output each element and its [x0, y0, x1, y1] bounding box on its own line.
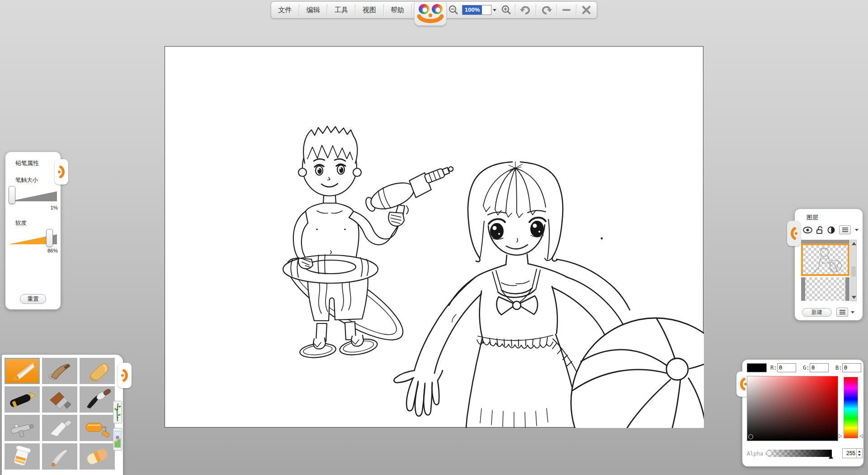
boy-head	[298, 126, 361, 203]
tool-palette	[2, 355, 123, 475]
alpha-label: Alpha	[747, 451, 763, 457]
tool-airbrush[interactable]	[5, 415, 40, 441]
tool-flat-brush[interactable]	[42, 386, 77, 413]
brush-size-slider[interactable]	[8, 185, 58, 205]
alpha-slider-handle[interactable]	[766, 450, 772, 456]
spinner-up-icon[interactable]	[858, 451, 861, 452]
reset-button[interactable]: 重置	[20, 294, 46, 304]
orange-handle-icon	[739, 377, 747, 391]
close-icon	[582, 5, 591, 14]
bow	[496, 296, 538, 315]
tool-eraser[interactable]	[80, 443, 115, 470]
beach-ball	[571, 318, 704, 428]
opacity-contrast-icon[interactable]	[827, 226, 835, 234]
zoom-dropdown-button[interactable]	[491, 9, 498, 11]
current-color-swatch[interactable]	[747, 363, 767, 372]
zoom-in-button[interactable]	[498, 2, 514, 18]
alpha-spinner[interactable]	[856, 449, 862, 458]
crayon-icon	[82, 361, 112, 381]
scroll-up-icon[interactable]	[852, 242, 856, 245]
chevron-down-icon	[493, 9, 496, 11]
tool-pencil[interactable]	[5, 358, 40, 384]
orange-handle-icon	[790, 227, 798, 240]
g-input[interactable]	[810, 363, 829, 372]
logo-smile-icon	[415, 14, 446, 24]
water-gun	[363, 162, 458, 222]
saturation-value-field[interactable]	[747, 376, 838, 441]
softness-slider[interactable]	[8, 228, 58, 248]
tool-palette-knife[interactable]	[42, 415, 77, 441]
hue-marker-left-icon[interactable]	[839, 434, 842, 438]
scroll-down-icon[interactable]	[852, 296, 856, 299]
tool-spray[interactable]	[42, 443, 77, 470]
logo-right-eye-icon	[432, 4, 443, 14]
zoom-level-combobox[interactable]: 100%	[462, 5, 491, 15]
color-picker-panel: R: G: B: Alpha 255	[742, 360, 863, 466]
undo-icon	[519, 5, 531, 15]
girl-head	[468, 162, 563, 265]
layer-list-top-edge	[801, 240, 849, 243]
layer-menu-button[interactable]	[839, 225, 851, 234]
tool-paint-tube[interactable]	[5, 443, 40, 470]
picture-stamp-button[interactable]	[113, 428, 122, 451]
layer-item[interactable]	[801, 277, 849, 301]
flip-flops	[299, 335, 378, 359]
girl-drawing	[394, 162, 704, 428]
softness-slider-handle[interactable]	[46, 229, 53, 247]
scrollbar-thumb[interactable]	[851, 266, 856, 276]
redo-button[interactable]	[536, 2, 557, 18]
menu-view[interactable]: 视图	[355, 2, 383, 18]
unlock-icon[interactable]	[816, 226, 823, 234]
brush-size-slider-handle[interactable]	[9, 186, 15, 204]
layer-item-selected[interactable]	[801, 243, 849, 276]
tool-paint-roller[interactable]	[80, 415, 115, 441]
picture-icon	[114, 429, 121, 449]
layer-scrollbar[interactable]	[850, 240, 857, 301]
paint-roller-icon	[82, 418, 112, 438]
boy-drawing	[277, 126, 458, 359]
close-button[interactable]	[576, 2, 597, 18]
tool-crayon[interactable]	[80, 358, 115, 384]
swim-ring	[283, 255, 378, 283]
app-logo[interactable]	[414, 2, 447, 26]
tool-ink-brush[interactable]	[80, 386, 115, 413]
alpha-value-box[interactable]: 255	[842, 448, 863, 458]
palette-knife-icon	[45, 418, 75, 438]
zoom-out-button[interactable]	[445, 2, 462, 18]
drawing-canvas[interactable]	[165, 46, 703, 428]
chevron-down-icon[interactable]	[851, 311, 854, 314]
layers-collapse-handle[interactable]	[787, 221, 801, 246]
redo-icon	[541, 5, 552, 15]
new-layer-button[interactable]: 新建	[802, 308, 832, 317]
eraser-icon	[82, 446, 112, 467]
r-input[interactable]	[777, 363, 796, 372]
visibility-eye-icon[interactable]	[803, 227, 812, 233]
chevron-down-icon[interactable]	[855, 229, 859, 231]
minimize-icon	[562, 9, 571, 11]
menu-help[interactable]: 帮助	[384, 2, 411, 18]
hue-marker-right-icon[interactable]	[859, 434, 863, 438]
sv-cursor	[748, 434, 753, 439]
b-input[interactable]	[842, 363, 861, 372]
hue-strip[interactable]	[844, 377, 858, 438]
palette-collapse-handle[interactable]	[118, 363, 132, 388]
menu-edit[interactable]: 编辑	[299, 2, 327, 18]
canvas-artwork	[165, 47, 704, 428]
spinner-down-icon[interactable]	[858, 454, 861, 456]
tool-wood-pencil[interactable]	[42, 358, 77, 384]
layers-options-button[interactable]	[836, 308, 848, 317]
logo-left-eye-icon	[419, 4, 429, 14]
menu-tools[interactable]: 工具	[327, 2, 355, 18]
airbrush-icon	[7, 418, 37, 438]
bamboo-brush-button[interactable]	[113, 401, 122, 423]
b-label: B:	[835, 365, 842, 371]
paint-tube-icon	[7, 446, 37, 467]
tool-fountain-pen[interactable]	[5, 386, 40, 413]
minimize-button[interactable]	[557, 2, 576, 18]
pencil-icon	[7, 361, 37, 381]
menu-file[interactable]: 文件	[271, 2, 299, 18]
fountain-pen-icon	[7, 389, 37, 410]
alpha-slider[interactable]	[765, 450, 832, 457]
zoom-in-icon	[501, 5, 512, 15]
undo-button[interactable]	[515, 2, 535, 18]
